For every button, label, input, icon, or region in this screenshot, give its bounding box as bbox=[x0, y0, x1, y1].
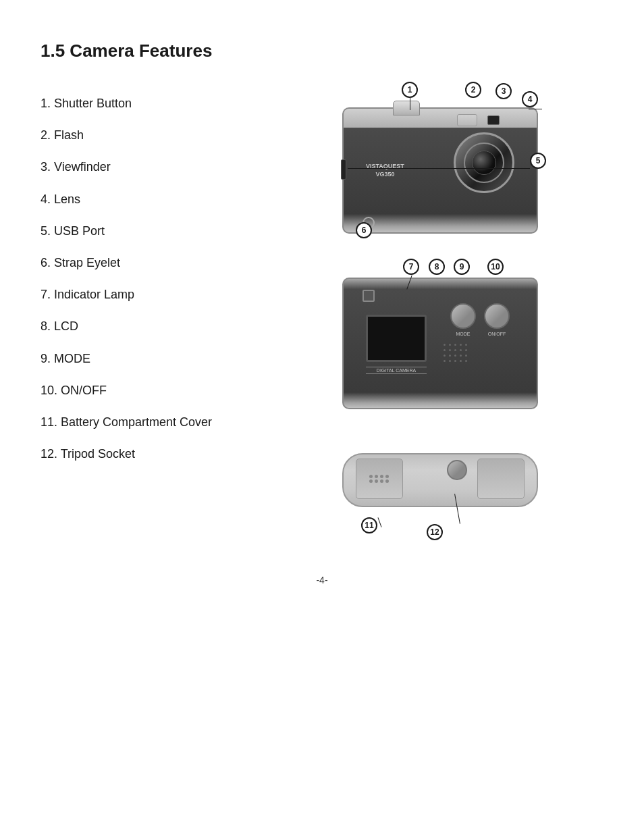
feature-2: 2. Flash bbox=[41, 127, 270, 144]
battery-dot bbox=[375, 479, 378, 483]
battery-dot bbox=[385, 475, 389, 478]
feature-10: 10. ON/OFF bbox=[41, 382, 270, 399]
lens-outer bbox=[454, 132, 514, 193]
brand-text: VISTAQUEST VG350 bbox=[366, 163, 404, 178]
battery-dot bbox=[375, 475, 378, 478]
viewfinder-visual bbox=[487, 115, 500, 125]
feature-4: 4. Lens bbox=[41, 191, 270, 208]
lens-glass bbox=[472, 151, 496, 175]
features-list: 1. Shutter Button 2. Flash 3. Viewfinder… bbox=[41, 88, 270, 548]
battery-dot bbox=[369, 479, 373, 483]
feature-3: 3. Viewfinder bbox=[41, 159, 270, 176]
camera-bottom-diagram: 11 12 bbox=[329, 440, 545, 548]
camera-front-diagram: VISTAQUEST VG350 1 bbox=[329, 88, 545, 244]
speaker-dot bbox=[460, 349, 462, 351]
callout-10: 10 bbox=[487, 259, 504, 275]
feature-1: 1. Shutter Button bbox=[41, 95, 270, 112]
callout-2: 2 bbox=[465, 82, 481, 98]
callout-line-11 bbox=[377, 517, 381, 527]
callout-7: 7 bbox=[403, 259, 419, 275]
speaker-dot bbox=[449, 349, 451, 351]
feature-8: 8. LCD bbox=[41, 318, 270, 335]
mode-label: MODE bbox=[450, 332, 476, 336]
callout-1: 1 bbox=[402, 82, 418, 98]
callout-line-1 bbox=[410, 98, 410, 110]
speaker-dot bbox=[460, 344, 462, 346]
callout-3: 3 bbox=[495, 83, 512, 99]
page-number: -4- bbox=[41, 575, 603, 585]
page: 1.5 Camera Features 1. Shutter Button 2.… bbox=[0, 0, 644, 834]
callout-8: 8 bbox=[429, 259, 445, 275]
speaker-dot bbox=[444, 344, 446, 346]
speaker-dot bbox=[449, 355, 451, 357]
speaker-dot bbox=[460, 355, 462, 357]
speaker-dot bbox=[454, 344, 456, 346]
camera-top-bar bbox=[342, 107, 538, 128]
feature-6: 6. Strap Eyelet bbox=[41, 255, 270, 271]
mode-button-visual bbox=[450, 303, 476, 329]
battery-dot bbox=[385, 479, 389, 483]
feature-5: 5. USB Port bbox=[41, 223, 270, 240]
battery-compartment-visual bbox=[356, 459, 403, 499]
content-area: 1. Shutter Button 2. Flash 3. Viewfinder… bbox=[41, 88, 603, 548]
diagrams-area: VISTAQUEST VG350 1 bbox=[270, 88, 603, 548]
speaker-dot bbox=[449, 360, 451, 362]
speaker-dot bbox=[449, 344, 451, 346]
shutter-button-visual bbox=[393, 101, 420, 115]
feature-11: 11. Battery Compartment Cover bbox=[41, 414, 270, 431]
speaker-dot bbox=[454, 349, 456, 351]
callout-line-5 bbox=[348, 168, 530, 169]
battery-dot bbox=[380, 475, 383, 478]
callout-11: 11 bbox=[361, 517, 377, 533]
dc-label: DIGITAL CAMERA bbox=[366, 367, 427, 374]
speaker-dot bbox=[465, 360, 467, 362]
speaker-dot bbox=[454, 355, 456, 357]
callout-line-4 bbox=[529, 109, 542, 109]
callout-12: 12 bbox=[427, 524, 443, 540]
tripod-socket-visual bbox=[447, 460, 467, 480]
callout-6: 6 bbox=[356, 222, 372, 238]
callout-4: 4 bbox=[522, 91, 538, 107]
indicator-lamp-visual bbox=[363, 290, 375, 302]
lcd-screen-visual bbox=[366, 315, 427, 362]
feature-7: 7. Indicator Lamp bbox=[41, 286, 270, 303]
bottom-slot-visual bbox=[477, 459, 525, 499]
speaker-dot bbox=[465, 344, 467, 346]
onoff-label: ON/OFF bbox=[481, 332, 512, 336]
lens-inner bbox=[464, 142, 504, 183]
usb-port-visual bbox=[341, 159, 346, 180]
lens-assembly bbox=[454, 132, 514, 193]
speaker-dot bbox=[444, 349, 446, 351]
feature-9: 9. MODE bbox=[41, 350, 270, 367]
onoff-button-visual bbox=[484, 303, 510, 329]
section-title: 1.5 Camera Features bbox=[41, 41, 603, 61]
battery-dots bbox=[369, 475, 390, 483]
speaker-dot bbox=[460, 360, 462, 362]
speaker-dot bbox=[465, 349, 467, 351]
callout-9: 9 bbox=[454, 259, 470, 275]
speaker-dot bbox=[465, 355, 467, 357]
callout-5: 5 bbox=[530, 153, 546, 169]
camera-back-diagram: MODE ON/OFF DIGITAL CAMERA bbox=[329, 264, 545, 419]
speaker-grid bbox=[444, 344, 469, 364]
feature-12: 12. Tripod Socket bbox=[41, 446, 270, 463]
speaker-dot bbox=[444, 355, 446, 357]
speaker-dot bbox=[444, 360, 446, 362]
speaker-dot bbox=[454, 360, 456, 362]
flash-unit-visual bbox=[457, 114, 477, 126]
battery-dot bbox=[369, 475, 373, 478]
battery-dot bbox=[380, 479, 383, 483]
